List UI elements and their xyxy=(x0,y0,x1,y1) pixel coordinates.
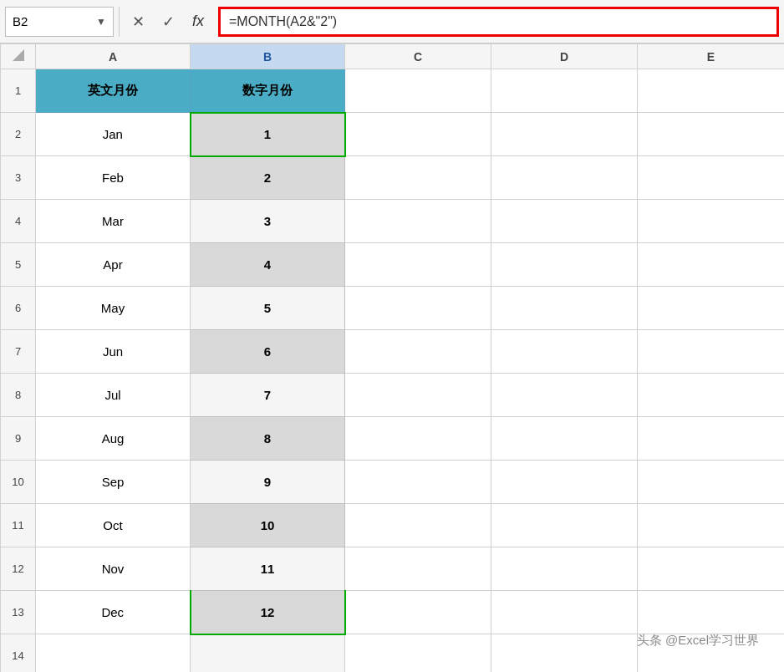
cell-d9[interactable] xyxy=(491,417,638,461)
cell-a14[interactable] xyxy=(36,634,191,673)
cell-b14[interactable] xyxy=(191,634,345,673)
cell-e9[interactable] xyxy=(638,417,785,461)
cell-b9[interactable]: 8 xyxy=(191,417,345,461)
col-header-b[interactable]: B xyxy=(191,44,345,69)
cell-b8[interactable]: 7 xyxy=(191,374,345,417)
cell-b7[interactable]: 6 xyxy=(191,330,345,374)
row-number-4: 4 xyxy=(1,200,36,243)
cell-c3[interactable] xyxy=(345,156,491,200)
cell-reference-box[interactable]: B2 ▼ xyxy=(5,7,114,37)
table-row: 12Nov11 xyxy=(1,547,785,591)
watermark: 头条 @Excel学习世界 xyxy=(637,633,759,649)
corner-header xyxy=(1,44,36,69)
cell-c6[interactable] xyxy=(345,287,491,330)
cell-b2[interactable]: 1 xyxy=(191,113,345,156)
col-header-d[interactable]: D xyxy=(491,44,638,69)
table-row: 8Jul7 xyxy=(1,374,785,417)
cell-a13[interactable]: Dec xyxy=(36,591,191,634)
cell-a10[interactable]: Sep xyxy=(36,461,191,504)
svg-marker-0 xyxy=(13,49,24,61)
cell-a3[interactable]: Feb xyxy=(36,156,191,200)
row-number-10: 10 xyxy=(1,461,36,504)
cell-d8[interactable] xyxy=(491,374,638,417)
column-header-row: A B C D E xyxy=(1,44,785,69)
table-row: 10Sep9 xyxy=(1,461,785,504)
cell-c8[interactable] xyxy=(345,374,491,417)
cell-e5[interactable] xyxy=(638,243,785,287)
formula-input[interactable]: =MONTH(A2&"2") xyxy=(218,7,779,37)
cell-d6[interactable] xyxy=(491,287,638,330)
cell-d14[interactable] xyxy=(491,634,638,673)
cell-b5[interactable]: 4 xyxy=(191,243,345,287)
cell-e10[interactable] xyxy=(638,461,785,504)
confirm-button[interactable]: ✓ xyxy=(155,7,181,37)
cell-e2[interactable] xyxy=(638,113,785,156)
cancel-button[interactable]: ✕ xyxy=(125,7,151,37)
cell-c13[interactable] xyxy=(345,591,491,634)
cell-c12[interactable] xyxy=(345,547,491,591)
cell-e12[interactable] xyxy=(638,547,785,591)
cell-b1[interactable]: 数字月份 xyxy=(191,69,345,113)
cell-c11[interactable] xyxy=(345,504,491,547)
spreadsheet-table: A B C D E 1英文月份数字月份2Jan13Feb24Mar35Apr46… xyxy=(0,43,784,672)
cell-c5[interactable] xyxy=(345,243,491,287)
cell-c9[interactable] xyxy=(345,417,491,461)
cell-d10[interactable] xyxy=(491,461,638,504)
cell-a8[interactable]: Jul xyxy=(36,374,191,417)
row-number-12: 12 xyxy=(1,547,36,591)
col-header-e[interactable]: E xyxy=(638,44,785,69)
row-number-11: 11 xyxy=(1,504,36,547)
cell-d3[interactable] xyxy=(491,156,638,200)
row-number-5: 5 xyxy=(1,243,36,287)
cell-b13[interactable]: 12 xyxy=(191,591,345,634)
cell-d13[interactable] xyxy=(491,591,638,634)
cell-c14[interactable] xyxy=(345,634,491,673)
cell-d1[interactable] xyxy=(491,69,638,113)
table-row: 2Jan1 xyxy=(1,113,785,156)
cell-d11[interactable] xyxy=(491,504,638,547)
cell-b4[interactable]: 3 xyxy=(191,200,345,243)
cell-d5[interactable] xyxy=(491,243,638,287)
cell-c1[interactable] xyxy=(345,69,491,113)
cell-e6[interactable] xyxy=(638,287,785,330)
row-number-13: 13 xyxy=(1,591,36,634)
table-row: 9Aug8 xyxy=(1,417,785,461)
cell-a11[interactable]: Oct xyxy=(36,504,191,547)
row-number-8: 8 xyxy=(1,374,36,417)
cell-b3[interactable]: 2 xyxy=(191,156,345,200)
cell-e4[interactable] xyxy=(638,200,785,243)
cell-a6[interactable]: May xyxy=(36,287,191,330)
cell-b11[interactable]: 10 xyxy=(191,504,345,547)
cell-e11[interactable] xyxy=(638,504,785,547)
corner-triangle-icon xyxy=(13,49,24,61)
cell-d4[interactable] xyxy=(491,200,638,243)
cell-a2[interactable]: Jan xyxy=(36,113,191,156)
cell-e13[interactable] xyxy=(638,591,785,634)
cell-a12[interactable]: Nov xyxy=(36,547,191,591)
cell-d2[interactable] xyxy=(491,113,638,156)
cell-d12[interactable] xyxy=(491,547,638,591)
cell-e7[interactable] xyxy=(638,330,785,374)
cell-c2[interactable] xyxy=(345,113,491,156)
cell-ref-dropdown-icon[interactable]: ▼ xyxy=(96,16,106,28)
cell-e1[interactable] xyxy=(638,69,785,113)
table-row: 7Jun6 xyxy=(1,330,785,374)
cell-a1[interactable]: 英文月份 xyxy=(36,69,191,113)
cell-b12[interactable]: 11 xyxy=(191,547,345,591)
cell-a7[interactable]: Jun xyxy=(36,330,191,374)
cell-b6[interactable]: 5 xyxy=(191,287,345,330)
cell-e8[interactable] xyxy=(638,374,785,417)
col-header-a[interactable]: A xyxy=(36,44,191,69)
cell-b10[interactable]: 9 xyxy=(191,461,345,504)
cell-c4[interactable] xyxy=(345,200,491,243)
formula-text: =MONTH(A2&"2") xyxy=(229,14,337,29)
cell-a9[interactable]: Aug xyxy=(36,417,191,461)
table-row: 1英文月份数字月份 xyxy=(1,69,785,113)
cell-a5[interactable]: Apr xyxy=(36,243,191,287)
cell-e3[interactable] xyxy=(638,156,785,200)
cell-a4[interactable]: Mar xyxy=(36,200,191,243)
cell-d7[interactable] xyxy=(491,330,638,374)
cell-c7[interactable] xyxy=(345,330,491,374)
cell-c10[interactable] xyxy=(345,461,491,504)
col-header-c[interactable]: C xyxy=(345,44,491,69)
